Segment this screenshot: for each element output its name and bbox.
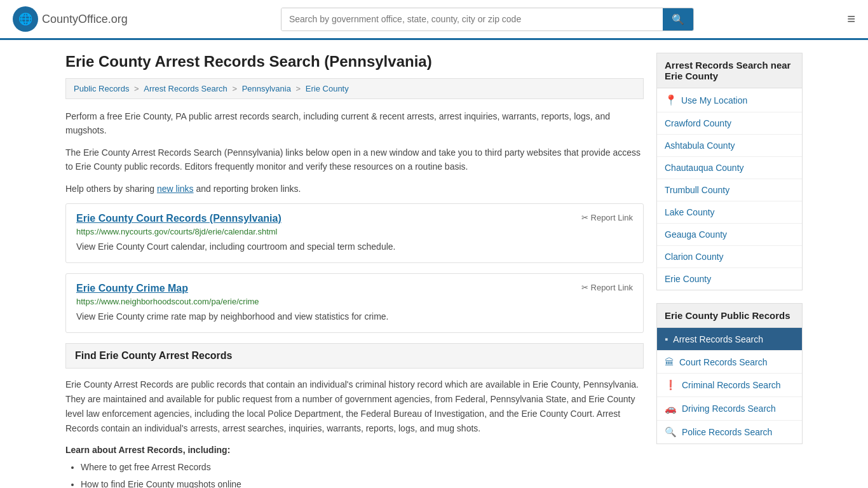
use-location-label: Use My Location [681,95,747,105]
page-title: Erie County Arrest Records Search (Penns… [65,53,644,71]
use-my-location-link[interactable]: 📍 Use My Location [657,88,802,112]
breadcrumb-arrest-records[interactable]: Arrest Records Search [144,84,227,93]
description-1: Perform a free Erie County, PA public ar… [65,109,644,138]
nearby-link-0[interactable]: Crawford County [657,112,802,135]
pub-icon-0: ▪ [665,334,668,344]
nearby-link-7[interactable]: Erie County [657,268,802,290]
nearby-links: Crawford CountyAshtabula CountyChautauqu… [657,112,802,290]
find-section-header: Find Erie County Arrest Records [65,343,644,369]
report-link-button[interactable]: ✂ Report Link [581,213,633,222]
link-card-1: Erie County Crime Map ✂ Report Link http… [65,273,644,333]
public-records-title: Erie County Public Records [656,303,803,328]
learn-bullets: Where to get free Arrest RecordsHow to f… [65,460,644,488]
hamburger-menu-icon[interactable]: ≡ [847,11,855,27]
public-records-link-2[interactable]: ❗Criminal Records Search [657,374,802,397]
link-card-description: View Erie County crime rate map by neigh… [76,310,633,323]
content-area: Erie County Arrest Records Search (Penns… [65,53,644,488]
public-records-links: ▪Arrest Records Search🏛Court Records Sea… [656,328,803,444]
desc3-pre: Help others by sharing [65,184,157,194]
pub-label-0: Arrest Records Search [673,334,763,344]
public-records-link-4[interactable]: 🔍Police Records Search [657,421,802,444]
search-input[interactable] [281,8,663,30]
link-card-0: Erie County Court Records (Pennsylvania)… [65,203,644,263]
sidebar-nearby-links: 📍 Use My Location Crawford CountyAshtabu… [656,88,803,290]
header: 🌐 CountyOffice.org 🔍 ≡ [0,0,868,40]
pub-icon-2: ❗ [665,379,677,391]
location-icon: 📍 [665,94,677,106]
pub-icon-3: 🚗 [665,403,677,414]
pub-label-4: Police Records Search [682,427,772,437]
logo-suffix: .org [108,13,128,25]
breadcrumb-pennsylvania[interactable]: Pennsylvania [242,84,291,93]
sidebar-nearby-title: Arrest Records Search near Erie County [656,53,803,88]
bullet-item-1: How to find Erie County mugshots online [81,477,644,488]
public-records-link-1[interactable]: 🏛Court Records Search [657,351,802,374]
desc3-post: and reporting broken links. [194,184,301,194]
logo-icon: 🌐 [13,6,38,32]
public-records-link-3[interactable]: 🚗Driving Records Search [657,397,802,421]
new-links-link[interactable]: new links [157,184,194,194]
link-card-description: View Erie County Court calendar, includi… [76,240,633,254]
nearby-link-1[interactable]: Ashtabula County [657,135,802,157]
logo-area: 🌐 CountyOffice.org [13,6,128,32]
link-card-title[interactable]: Erie County Crime Map [76,283,188,294]
logo-name: CountyOffice [42,13,108,25]
nearby-link-3[interactable]: Trumbull County [657,179,802,201]
link-card-header: Erie County Court Records (Pennsylvania)… [76,213,633,224]
logo-text: CountyOffice.org [42,13,128,26]
nearby-link-2[interactable]: Chautauqua County [657,157,802,179]
search-area: 🔍 [281,8,694,31]
link-card-url: https://www.nycourts.gov/courts/8jd/erie… [76,227,633,236]
link-card-header: Erie County Crime Map ✂ Report Link [76,283,633,294]
search-box: 🔍 [281,8,694,31]
description-3: Help others by sharing new links and rep… [65,182,644,196]
pub-icon-1: 🏛 [665,356,674,367]
report-link-button[interactable]: ✂ Report Link [581,283,633,292]
nearby-link-6[interactable]: Clarion County [657,246,802,268]
description-2: The Erie County Arrest Records Search (P… [65,146,644,174]
pub-icon-4: 🔍 [665,426,677,438]
nearby-link-4[interactable]: Lake County [657,201,802,224]
pub-label-1: Court Records Search [679,357,768,367]
sidebar: Arrest Records Search near Erie County 📍… [656,53,803,488]
breadcrumb-public-records[interactable]: Public Records [74,84,129,93]
link-card-title[interactable]: Erie County Court Records (Pennsylvania) [76,213,281,224]
nearby-link-5[interactable]: Geauga County [657,224,802,246]
breadcrumb-erie-county[interactable]: Erie County [306,84,349,93]
link-card-url: https://www.neighborhoodscout.com/pa/eri… [76,297,633,306]
pub-label-2: Criminal Records Search [682,380,781,390]
pub-label-3: Driving Records Search [682,403,776,414]
search-button[interactable]: 🔍 [663,8,693,30]
public-records-link-0[interactable]: ▪Arrest Records Search [657,328,802,351]
main-layout: Erie County Arrest Records Search (Penns… [53,40,815,488]
find-description: Erie County Arrest Records are public re… [65,377,644,436]
link-cards-container: Erie County Court Records (Pennsylvania)… [65,203,644,333]
breadcrumb: Public Records > Arrest Records Search >… [65,78,644,99]
learn-title: Learn about Arrest Records, including: [65,445,644,455]
bullet-item-0: Where to get free Arrest Records [81,460,644,474]
